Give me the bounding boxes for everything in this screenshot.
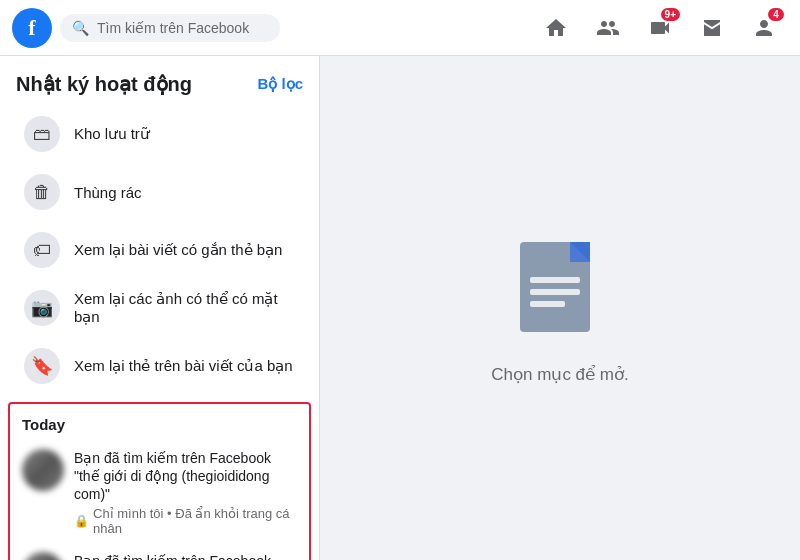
video-badge: 9+ <box>661 8 680 21</box>
activity-content: Bạn đã tìm kiếm trên Facebook "thế giới … <box>74 552 297 560</box>
search-bar[interactable]: 🔍 Tìm kiếm trên Facebook <box>60 14 280 42</box>
top-nav: f 🔍 Tìm kiếm trên Facebook 9+ 4 <box>0 0 800 56</box>
svg-rect-3 <box>530 277 580 283</box>
profile-icon-button[interactable]: 4 <box>740 4 788 52</box>
sidebar-item-tagged-posts[interactable]: 🏷 Xem lại bài viết có gắn thẻ bạn <box>8 222 311 278</box>
fb-f-letter: f <box>28 15 35 41</box>
nav-icons-group: 9+ 4 <box>532 4 788 52</box>
svg-marker-6 <box>570 242 590 262</box>
profile-badge: 4 <box>768 8 784 21</box>
today-section: Today Bạn đã tìm kiếm trên Facebook "thế… <box>8 402 311 560</box>
svg-rect-5 <box>530 301 565 307</box>
search-placeholder-text: Tìm kiếm trên Facebook <box>97 20 249 36</box>
home-icon-button[interactable] <box>532 4 580 52</box>
sidebar-item-tagged-photos[interactable]: 📷 Xem lại các ảnh có thể có mặt bạn <box>8 280 311 336</box>
activity-content: Bạn đã tìm kiếm trên Facebook "thế giới … <box>74 449 297 536</box>
sidebar-item-archive[interactable]: 🗃 Kho lưu trữ <box>8 106 311 162</box>
marketplace-icon-button[interactable] <box>688 4 736 52</box>
doc-icon-container <box>510 232 610 352</box>
tagged-posts-label: Xem lại bài viết có gắn thẻ bạn <box>74 241 282 259</box>
archive-icon: 🗃 <box>24 116 60 152</box>
tagged-posts-icon: 🏷 <box>24 232 60 268</box>
sidebar-item-tags[interactable]: 🔖 Xem lại thẻ trên bài viết của bạn <box>8 338 311 394</box>
video-icon-button[interactable]: 9+ <box>636 4 684 52</box>
tags-label: Xem lại thẻ trên bài viết của bạn <box>74 357 293 375</box>
sidebar-item-trash[interactable]: 🗑 Thùng rác <box>8 164 311 220</box>
main-layout: Nhật ký hoạt động Bộ lọc 🗃 Kho lưu trữ 🗑… <box>0 56 800 560</box>
activity-title: Bạn đã tìm kiếm trên Facebook "thế giới … <box>74 552 297 560</box>
friends-icon-button[interactable] <box>584 4 632 52</box>
sidebar-header: Nhật ký hoạt động Bộ lọc <box>0 56 319 104</box>
activity-item[interactable]: Bạn đã tìm kiếm trên Facebook "thế giới … <box>10 441 309 544</box>
activity-item[interactable]: Bạn đã tìm kiếm trên Facebook "thế giới … <box>10 544 309 560</box>
sidebar-title: Nhật ký hoạt động <box>16 72 192 96</box>
open-label: Chọn mục để mở. <box>491 364 628 385</box>
filter-link[interactable]: Bộ lọc <box>257 75 303 93</box>
tagged-photos-label: Xem lại các ảnh có thể có mặt bạn <box>74 290 295 326</box>
activity-meta: 🔒 Chỉ mình tôi • Đã ẩn khỏi trang cá nhâ… <box>74 506 297 536</box>
svg-rect-4 <box>530 289 580 295</box>
sidebar: Nhật ký hoạt động Bộ lọc 🗃 Kho lưu trữ 🗑… <box>0 56 320 560</box>
tagged-photos-icon: 📷 <box>24 290 60 326</box>
tags-icon: 🔖 <box>24 348 60 384</box>
avatar <box>22 449 64 491</box>
activity-title: Bạn đã tìm kiếm trên Facebook "thế giới … <box>74 449 297 504</box>
today-label: Today <box>10 412 309 441</box>
avatar <box>22 552 64 560</box>
trash-icon: 🗑 <box>24 174 60 210</box>
search-icon: 🔍 <box>72 20 89 36</box>
right-panel: Chọn mục để mở. <box>320 56 800 560</box>
document-icon <box>510 232 610 352</box>
archive-label: Kho lưu trữ <box>74 125 150 143</box>
lock-icon: 🔒 <box>74 514 89 528</box>
facebook-logo[interactable]: f <box>12 8 52 48</box>
trash-label: Thùng rác <box>74 184 142 201</box>
